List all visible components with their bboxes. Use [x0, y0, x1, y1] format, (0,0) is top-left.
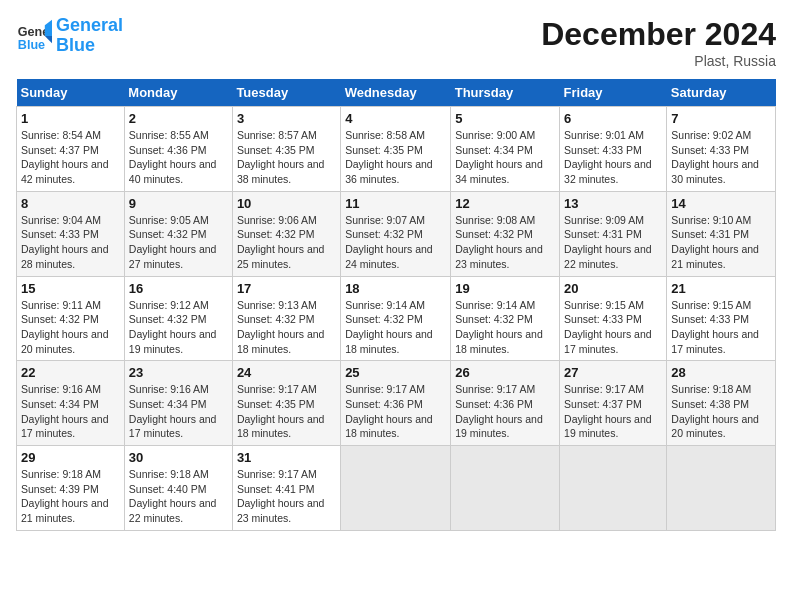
day-number: 27: [564, 365, 662, 380]
calendar-cell: 30 Sunrise: 9:18 AM Sunset: 4:40 PM Dayl…: [124, 446, 232, 531]
calendar-cell: 12 Sunrise: 9:08 AM Sunset: 4:32 PM Dayl…: [451, 191, 560, 276]
calendar-cell: 19 Sunrise: 9:14 AM Sunset: 4:32 PM Dayl…: [451, 276, 560, 361]
day-info: Sunrise: 8:54 AM Sunset: 4:37 PM Dayligh…: [21, 128, 120, 187]
day-number: 19: [455, 281, 555, 296]
calendar-cell: 18 Sunrise: 9:14 AM Sunset: 4:32 PM Dayl…: [341, 276, 451, 361]
calendar-cell: 23 Sunrise: 9:16 AM Sunset: 4:34 PM Dayl…: [124, 361, 232, 446]
calendar-cell: 27 Sunrise: 9:17 AM Sunset: 4:37 PM Dayl…: [560, 361, 667, 446]
calendar-cell: 13 Sunrise: 9:09 AM Sunset: 4:31 PM Dayl…: [560, 191, 667, 276]
weekday-header-sunday: Sunday: [17, 79, 125, 107]
calendar-cell: 28 Sunrise: 9:18 AM Sunset: 4:38 PM Dayl…: [667, 361, 776, 446]
day-info: Sunrise: 9:07 AM Sunset: 4:32 PM Dayligh…: [345, 213, 446, 272]
day-number: 29: [21, 450, 120, 465]
day-number: 1: [21, 111, 120, 126]
weekday-header-tuesday: Tuesday: [232, 79, 340, 107]
day-info: Sunrise: 9:01 AM Sunset: 4:33 PM Dayligh…: [564, 128, 662, 187]
day-info: Sunrise: 8:55 AM Sunset: 4:36 PM Dayligh…: [129, 128, 228, 187]
day-number: 8: [21, 196, 120, 211]
day-info: Sunrise: 9:13 AM Sunset: 4:32 PM Dayligh…: [237, 298, 336, 357]
page-header: General Blue General Blue December 2024 …: [16, 16, 776, 69]
calendar-cell: 9 Sunrise: 9:05 AM Sunset: 4:32 PM Dayli…: [124, 191, 232, 276]
day-info: Sunrise: 9:18 AM Sunset: 4:40 PM Dayligh…: [129, 467, 228, 526]
calendar-week-row: 22 Sunrise: 9:16 AM Sunset: 4:34 PM Dayl…: [17, 361, 776, 446]
calendar-cell: 22 Sunrise: 9:16 AM Sunset: 4:34 PM Dayl…: [17, 361, 125, 446]
calendar-cell: 5 Sunrise: 9:00 AM Sunset: 4:34 PM Dayli…: [451, 107, 560, 192]
weekday-header-monday: Monday: [124, 79, 232, 107]
day-info: Sunrise: 9:12 AM Sunset: 4:32 PM Dayligh…: [129, 298, 228, 357]
calendar-cell: 20 Sunrise: 9:15 AM Sunset: 4:33 PM Dayl…: [560, 276, 667, 361]
day-info: Sunrise: 9:09 AM Sunset: 4:31 PM Dayligh…: [564, 213, 662, 272]
calendar-week-row: 29 Sunrise: 9:18 AM Sunset: 4:39 PM Dayl…: [17, 446, 776, 531]
day-info: Sunrise: 9:17 AM Sunset: 4:36 PM Dayligh…: [455, 382, 555, 441]
weekday-header-row: SundayMondayTuesdayWednesdayThursdayFrid…: [17, 79, 776, 107]
calendar-cell: [667, 446, 776, 531]
weekday-header-thursday: Thursday: [451, 79, 560, 107]
day-info: Sunrise: 9:18 AM Sunset: 4:39 PM Dayligh…: [21, 467, 120, 526]
calendar-cell: 21 Sunrise: 9:15 AM Sunset: 4:33 PM Dayl…: [667, 276, 776, 361]
day-info: Sunrise: 8:57 AM Sunset: 4:35 PM Dayligh…: [237, 128, 336, 187]
weekday-header-friday: Friday: [560, 79, 667, 107]
calendar-cell: 6 Sunrise: 9:01 AM Sunset: 4:33 PM Dayli…: [560, 107, 667, 192]
day-number: 2: [129, 111, 228, 126]
day-info: Sunrise: 8:58 AM Sunset: 4:35 PM Dayligh…: [345, 128, 446, 187]
calendar-cell: 11 Sunrise: 9:07 AM Sunset: 4:32 PM Dayl…: [341, 191, 451, 276]
location: Plast, Russia: [541, 53, 776, 69]
calendar-week-row: 8 Sunrise: 9:04 AM Sunset: 4:33 PM Dayli…: [17, 191, 776, 276]
calendar-cell: 16 Sunrise: 9:12 AM Sunset: 4:32 PM Dayl…: [124, 276, 232, 361]
day-number: 11: [345, 196, 446, 211]
day-number: 26: [455, 365, 555, 380]
day-number: 25: [345, 365, 446, 380]
day-number: 30: [129, 450, 228, 465]
calendar-cell: 29 Sunrise: 9:18 AM Sunset: 4:39 PM Dayl…: [17, 446, 125, 531]
calendar-cell: 25 Sunrise: 9:17 AM Sunset: 4:36 PM Dayl…: [341, 361, 451, 446]
calendar-cell: 31 Sunrise: 9:17 AM Sunset: 4:41 PM Dayl…: [232, 446, 340, 531]
day-info: Sunrise: 9:17 AM Sunset: 4:35 PM Dayligh…: [237, 382, 336, 441]
day-info: Sunrise: 9:02 AM Sunset: 4:33 PM Dayligh…: [671, 128, 771, 187]
calendar-cell: [451, 446, 560, 531]
calendar-cell: 17 Sunrise: 9:13 AM Sunset: 4:32 PM Dayl…: [232, 276, 340, 361]
day-info: Sunrise: 9:08 AM Sunset: 4:32 PM Dayligh…: [455, 213, 555, 272]
day-number: 31: [237, 450, 336, 465]
calendar-cell: [341, 446, 451, 531]
logo-text-blue: Blue: [56, 36, 123, 56]
calendar-cell: 26 Sunrise: 9:17 AM Sunset: 4:36 PM Dayl…: [451, 361, 560, 446]
day-number: 9: [129, 196, 228, 211]
day-number: 24: [237, 365, 336, 380]
calendar-cell: 2 Sunrise: 8:55 AM Sunset: 4:36 PM Dayli…: [124, 107, 232, 192]
day-info: Sunrise: 9:16 AM Sunset: 4:34 PM Dayligh…: [21, 382, 120, 441]
calendar-table: SundayMondayTuesdayWednesdayThursdayFrid…: [16, 79, 776, 531]
day-number: 3: [237, 111, 336, 126]
logo-icon: General Blue: [16, 18, 52, 54]
day-info: Sunrise: 9:17 AM Sunset: 4:37 PM Dayligh…: [564, 382, 662, 441]
day-number: 17: [237, 281, 336, 296]
logo: General Blue General Blue: [16, 16, 123, 56]
day-number: 5: [455, 111, 555, 126]
calendar-cell: 1 Sunrise: 8:54 AM Sunset: 4:37 PM Dayli…: [17, 107, 125, 192]
day-number: 15: [21, 281, 120, 296]
day-number: 16: [129, 281, 228, 296]
day-number: 23: [129, 365, 228, 380]
calendar-cell: 8 Sunrise: 9:04 AM Sunset: 4:33 PM Dayli…: [17, 191, 125, 276]
day-number: 20: [564, 281, 662, 296]
calendar-cell: 7 Sunrise: 9:02 AM Sunset: 4:33 PM Dayli…: [667, 107, 776, 192]
calendar-cell: 10 Sunrise: 9:06 AM Sunset: 4:32 PM Dayl…: [232, 191, 340, 276]
day-number: 28: [671, 365, 771, 380]
day-number: 14: [671, 196, 771, 211]
day-info: Sunrise: 9:17 AM Sunset: 4:36 PM Dayligh…: [345, 382, 446, 441]
calendar-cell: 3 Sunrise: 8:57 AM Sunset: 4:35 PM Dayli…: [232, 107, 340, 192]
day-number: 21: [671, 281, 771, 296]
logo-text-general: General: [56, 16, 123, 36]
calendar-cell: 4 Sunrise: 8:58 AM Sunset: 4:35 PM Dayli…: [341, 107, 451, 192]
day-info: Sunrise: 9:17 AM Sunset: 4:41 PM Dayligh…: [237, 467, 336, 526]
day-info: Sunrise: 9:15 AM Sunset: 4:33 PM Dayligh…: [671, 298, 771, 357]
day-info: Sunrise: 9:04 AM Sunset: 4:33 PM Dayligh…: [21, 213, 120, 272]
day-info: Sunrise: 9:10 AM Sunset: 4:31 PM Dayligh…: [671, 213, 771, 272]
day-info: Sunrise: 9:14 AM Sunset: 4:32 PM Dayligh…: [345, 298, 446, 357]
month-title: December 2024: [541, 16, 776, 53]
day-number: 12: [455, 196, 555, 211]
day-info: Sunrise: 9:15 AM Sunset: 4:33 PM Dayligh…: [564, 298, 662, 357]
day-info: Sunrise: 9:14 AM Sunset: 4:32 PM Dayligh…: [455, 298, 555, 357]
day-number: 18: [345, 281, 446, 296]
day-number: 13: [564, 196, 662, 211]
day-info: Sunrise: 9:00 AM Sunset: 4:34 PM Dayligh…: [455, 128, 555, 187]
